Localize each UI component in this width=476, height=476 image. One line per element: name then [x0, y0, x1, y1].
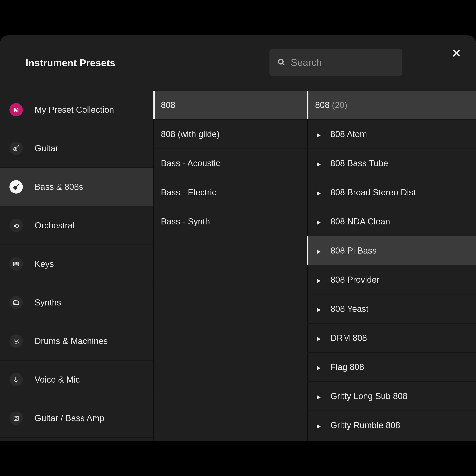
subcategory-row[interactable]: Bass - Acoustic [153, 149, 307, 178]
drums-icon [9, 334, 23, 348]
category-row[interactable]: Bass & 808s [0, 168, 153, 206]
play-icon[interactable] [315, 335, 322, 341]
preset-column: 808(20)808 Atom808 Bass Tube808 Broad St… [307, 91, 476, 441]
category-label: My Preset Collection [35, 105, 114, 115]
preset-list-title: 808 [315, 100, 329, 110]
category-row[interactable]: Orchestral [0, 206, 153, 245]
svg-rect-13 [16, 262, 17, 264]
preset-row[interactable]: 808 Pi Bass [307, 236, 476, 265]
category-row[interactable]: Keys [0, 245, 153, 283]
svg-point-31 [16, 417, 17, 417]
page-title: Instrument Presets [26, 57, 116, 69]
amp-icon [9, 411, 23, 425]
category-row[interactable]: Drums & Machines [0, 322, 153, 360]
category-label: Guitar [35, 143, 58, 153]
category-label: Keys [35, 259, 54, 269]
close-icon [452, 48, 461, 59]
preset-browser-window: Instrument Presets MMy Preset Collection… [0, 35, 476, 441]
subcategory-label: 808 (with glide) [161, 129, 220, 139]
bass-icon [9, 180, 23, 194]
close-button[interactable] [450, 48, 462, 59]
subcategory-label: Bass - Electric [161, 187, 216, 197]
preset-label: 808 Provider [330, 275, 379, 285]
preset-row[interactable]: 808 Bass Tube [307, 149, 476, 178]
preset-label: Gritty Long Sub 808 [330, 391, 407, 401]
category-label: Voice & Mic [35, 375, 80, 385]
search-icon [277, 58, 285, 67]
preset-row[interactable]: DRM 808 [307, 323, 476, 353]
play-icon[interactable] [315, 189, 322, 196]
play-icon[interactable] [315, 276, 322, 283]
play-icon[interactable] [315, 306, 322, 312]
play-icon[interactable] [315, 364, 322, 370]
preset-row[interactable]: 808 NDA Clean [307, 207, 476, 236]
svg-line-6 [16, 146, 18, 148]
svg-line-1 [282, 63, 284, 65]
guitar-icon [9, 142, 23, 155]
subcategory-row[interactable]: 808 [153, 91, 307, 120]
horn-icon [9, 219, 23, 232]
svg-point-10 [15, 187, 16, 188]
preset-label: 808 Pi Bass [330, 246, 377, 255]
category-row[interactable]: Voice & Mic [0, 360, 153, 399]
preset-label: 808 NDA Clean [330, 217, 390, 226]
category-column: MMy Preset CollectionGuitarBass & 808sOr… [0, 91, 153, 441]
category-row[interactable]: Synths [0, 283, 153, 322]
search-input[interactable] [291, 57, 413, 68]
svg-point-32 [17, 417, 17, 417]
browser-columns: MMy Preset CollectionGuitarBass & 808sOr… [0, 90, 476, 441]
subcategory-row[interactable]: Bass - Electric [153, 178, 307, 207]
play-icon[interactable] [315, 160, 322, 167]
preset-label: 808 Atom [330, 129, 367, 139]
category-label: Drums & Machines [35, 336, 108, 346]
category-label: Bass & 808s [35, 182, 83, 192]
letter-m-icon: M [9, 103, 23, 117]
svg-point-0 [278, 59, 283, 64]
category-row[interactable]: Guitar [0, 129, 153, 168]
preset-label: 808 Yeast [330, 304, 368, 314]
header: Instrument Presets [0, 35, 476, 90]
subcategory-row[interactable]: 808 (with glide) [153, 120, 307, 149]
subcategory-column: 808808 (with glide)Bass - AcousticBass -… [153, 91, 307, 441]
play-icon[interactable] [315, 247, 322, 254]
subcategory-label: 808 [161, 100, 175, 110]
preset-label: 808 Bass Tube [330, 158, 388, 168]
preset-row[interactable]: 808 Provider [307, 265, 476, 294]
play-icon[interactable] [315, 131, 322, 137]
subcategory-label: Bass - Synth [161, 217, 210, 226]
play-icon[interactable] [315, 218, 322, 225]
category-row[interactable]: MMy Preset Collection [0, 91, 153, 129]
svg-point-29 [15, 418, 17, 420]
category-row[interactable]: Guitar / Bass Amp [0, 399, 153, 438]
svg-rect-26 [15, 377, 17, 380]
preset-row[interactable]: 808 Broad Stereo Dist [307, 178, 476, 207]
mic-icon [9, 373, 23, 386]
preset-label: DRM 808 [330, 333, 367, 343]
preset-list-header: 808(20) [307, 91, 476, 120]
synth-icon [9, 296, 23, 309]
category-label: Orchestral [35, 221, 75, 230]
preset-row[interactable]: Gritty Rumble 808 [307, 411, 476, 440]
svg-line-9 [16, 184, 18, 187]
preset-row[interactable]: Gritty Long Sub 808 [307, 382, 476, 411]
preset-row[interactable]: 808 Atom [307, 120, 476, 149]
piano-icon [9, 257, 23, 271]
preset-row[interactable]: Flag 808 [307, 353, 476, 382]
subcategory-label: Bass - Acoustic [161, 158, 220, 168]
svg-rect-12 [14, 262, 15, 264]
play-icon[interactable] [315, 422, 322, 429]
preset-count: (20) [332, 100, 347, 110]
svg-rect-14 [17, 262, 18, 264]
preset-label: Flag 808 [330, 362, 364, 372]
category-label: Synths [35, 298, 61, 307]
preset-row[interactable]: 808 Yeast [307, 294, 476, 323]
category-label: Guitar / Bass Amp [35, 413, 104, 423]
svg-point-5 [15, 149, 16, 150]
preset-label: 808 Broad Stereo Dist [330, 187, 416, 197]
subcategory-row[interactable]: Bass - Synth [153, 207, 307, 236]
preset-label: Gritty Rumble 808 [330, 420, 400, 430]
play-icon[interactable] [315, 393, 322, 399]
svg-point-30 [15, 417, 15, 417]
search-box[interactable] [270, 49, 402, 76]
